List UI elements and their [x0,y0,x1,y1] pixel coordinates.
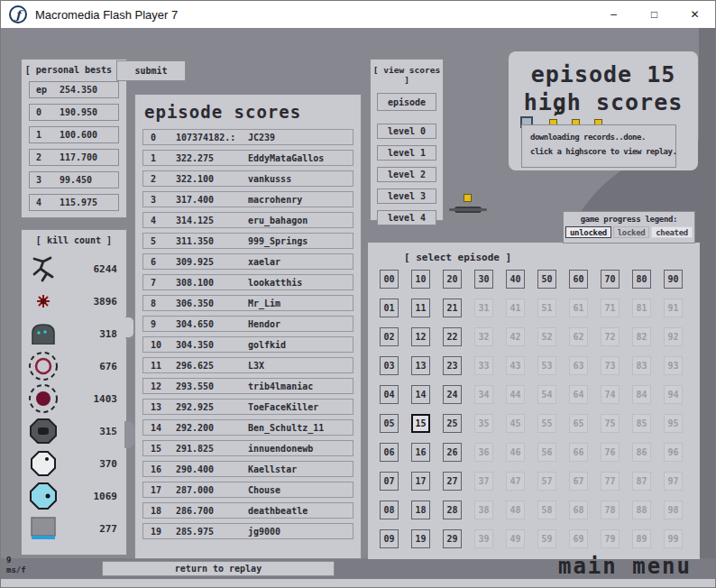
highscore-score: 304.350 [176,340,248,350]
highscore-row[interactable]: 17287.000Chouse [142,482,353,498]
episode-cell-18[interactable]: 18 [411,501,430,519]
episode-cell-03[interactable]: 03 [380,356,399,375]
episode-cell-90[interactable]: 90 [664,270,683,289]
highscore-row[interactable]: 7308.100lookatthis [142,274,353,290]
view-level-0-button[interactable]: level 0 [377,124,436,139]
highscore-row[interactable]: 10304.350golfkid [142,336,353,353]
highscore-row[interactable]: 14292.200Ben_Schultz_11 [142,419,353,436]
highscore-score: 306.350 [176,299,248,308]
episode-cell-22[interactable]: 22 [443,327,462,346]
maximize-icon[interactable]: □ [634,1,675,28]
episode-cell-15[interactable]: 15 [411,414,430,433]
personal-best-value: 99.450 [60,175,118,185]
highscore-row[interactable]: 8306.350Mr_Lim [142,295,353,311]
episode-cell-02[interactable]: 02 [380,327,399,346]
highscore-score: 296.625 [176,361,248,371]
episode-cell-80[interactable]: 80 [632,270,651,289]
highscore-row[interactable]: 1322.275EddyMataGallos [142,150,353,166]
highscore-row[interactable]: 6309.925xaelar [142,253,353,270]
close-icon[interactable]: ✕ [675,1,715,28]
episode-cell-24[interactable]: 24 [443,385,462,404]
main-menu-button[interactable]: main menu [558,554,692,579]
view-level-2-button[interactable]: level 2 [377,167,436,182]
episode-cell-09[interactable]: 09 [380,529,399,548]
highscore-row[interactable]: 2322.100vankusss [142,170,353,187]
kill-count-row: 6244 [22,253,126,285]
personal-best-row[interactable]: 0190.950 [29,104,119,121]
episode-cell-20[interactable]: 20 [443,270,462,289]
episode-cell-32: 32 [474,327,493,346]
view-level-1-button[interactable]: level 1 [377,145,436,161]
episode-cell-30[interactable]: 30 [474,270,493,289]
episode-cell-17[interactable]: 17 [411,472,430,491]
episode-cell-06[interactable]: 06 [380,443,399,462]
view-episode-button[interactable]: episode [377,93,436,111]
episode-scores-title: episode scores [144,102,301,122]
highscore-name: Kaellstar [248,464,353,474]
episode-cell-21[interactable]: 21 [443,299,462,317]
episode-cell-40[interactable]: 40 [506,270,525,289]
personal-best-row[interactable]: 399.450 [29,171,119,188]
episode-cell-23[interactable]: 23 [443,356,462,375]
high-scores-title-line1: episode 15 [509,60,698,88]
episode-cell-60[interactable]: 60 [569,270,588,289]
episode-cell-34: 34 [474,385,493,404]
episode-cell-46: 46 [506,443,525,462]
episode-cell-08[interactable]: 08 [380,501,399,519]
episode-cell-50[interactable]: 50 [537,270,556,289]
episode-cell-25[interactable]: 25 [443,414,462,433]
episode-cell-69: 69 [569,529,588,548]
highscore-row[interactable]: 12293.550trib4lmaniac [142,378,353,394]
episode-cell-13[interactable]: 13 [411,356,430,375]
episode-cell-16[interactable]: 16 [411,443,430,462]
episode-cell-04[interactable]: 04 [380,385,399,404]
episode-cell-94: 94 [664,385,683,404]
kill-count-value: 277 [65,523,126,535]
episode-cell-85: 85 [632,414,651,433]
episode-cell-12[interactable]: 12 [411,327,430,346]
personal-best-row[interactable]: 4115.975 [29,194,119,211]
episode-cell-11[interactable]: 11 [411,299,430,317]
episode-cell-14[interactable]: 14 [411,385,430,404]
highscore-row[interactable]: 3317.400macrohenry [142,191,353,207]
highscore-name: innuendonewb [248,444,353,454]
minimize-icon[interactable]: – [593,1,634,28]
highscore-row[interactable]: 4314.125eru_bahagon [142,212,353,228]
legend-chip-cheated[interactable]: cheated [651,226,693,238]
episode-cell-27[interactable]: 27 [443,472,462,491]
highscore-row[interactable]: 15291.825innuendonewb [142,440,353,456]
highscore-row[interactable]: 13292.925ToeFaceKiller [142,399,353,415]
episode-cell-29[interactable]: 29 [443,529,462,548]
episode-cell-26[interactable]: 26 [443,443,462,462]
flash-player-icon: ƒ [9,5,27,23]
frame-time-counter: 9 ms/f [6,556,26,575]
episode-cell-70[interactable]: 70 [601,270,620,289]
highscore-score: 107374182.: [176,133,248,142]
frame-time-unit: ms/f [6,565,26,575]
highscore-row[interactable]: 5311.350999_Springs [142,233,353,249]
highscore-row[interactable]: 18286.700deathbeatle [142,502,353,519]
return-to-replay-button[interactable]: return to replay [102,561,335,576]
personal-best-row[interactable]: 1100.600 [29,126,119,143]
episode-cell-41: 41 [506,299,525,317]
personal-best-row[interactable]: ep254.350 [29,81,119,98]
highscore-row[interactable]: 9304.650Hendor [142,316,353,332]
episode-cell-07[interactable]: 07 [380,472,399,491]
highscore-row[interactable]: 19285.975jg9000 [142,523,353,539]
episode-cell-00[interactable]: 00 [380,270,399,289]
highscore-row[interactable]: 16290.400Kaellstar [142,461,353,477]
episode-cell-10[interactable]: 10 [411,270,430,289]
highscore-row[interactable]: 11296.625L3X [142,357,353,373]
episode-cell-01[interactable]: 01 [380,299,399,317]
submit-button[interactable]: submit [116,60,186,81]
legend-chip-locked[interactable]: locked [613,226,650,238]
episode-cell-19[interactable]: 19 [411,529,430,548]
highscore-score: 285.975 [176,527,248,537]
episode-cell-05[interactable]: 05 [380,414,399,433]
legend-chip-unlocked[interactable]: unlocked [565,226,611,238]
view-level-3-button[interactable]: level 3 [377,188,436,204]
view-level-4-button[interactable]: level 4 [377,210,436,225]
episode-cell-28[interactable]: 28 [443,501,462,519]
highscore-row[interactable]: 0107374182.:JC239 [142,129,353,145]
personal-best-row[interactable]: 2117.700 [29,149,119,166]
